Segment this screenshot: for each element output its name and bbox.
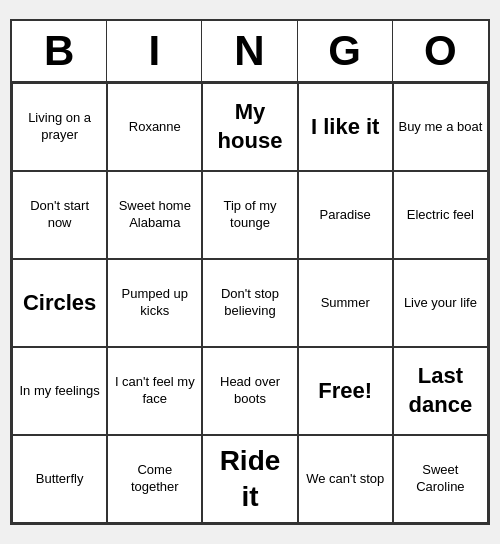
bingo-cell: Head over boots <box>202 347 297 435</box>
bingo-cell: Paradise <box>298 171 393 259</box>
bingo-cell: Living on a prayer <box>12 83 107 171</box>
bingo-cell: Live your life <box>393 259 488 347</box>
bingo-cell: Last dance <box>393 347 488 435</box>
header-letter: G <box>298 21 393 81</box>
bingo-grid: Living on a prayerRoxanneMy houseI like … <box>12 83 488 523</box>
bingo-cell: Sweet Caroline <box>393 435 488 523</box>
bingo-cell: I can't feel my face <box>107 347 202 435</box>
header-letter: B <box>12 21 107 81</box>
bingo-cell: Don't stop believing <box>202 259 297 347</box>
bingo-cell: Circles <box>12 259 107 347</box>
header-letter: I <box>107 21 202 81</box>
bingo-header: BINGO <box>12 21 488 83</box>
bingo-card: BINGO Living on a prayerRoxanneMy houseI… <box>10 19 490 525</box>
bingo-cell: Sweet home Alabama <box>107 171 202 259</box>
bingo-cell: We can't stop <box>298 435 393 523</box>
bingo-cell: Tip of my tounge <box>202 171 297 259</box>
bingo-cell: Don't start now <box>12 171 107 259</box>
bingo-cell: Buy me a boat <box>393 83 488 171</box>
bingo-cell: Ride it <box>202 435 297 523</box>
bingo-cell: Summer <box>298 259 393 347</box>
header-letter: O <box>393 21 488 81</box>
bingo-cell: In my feelings <box>12 347 107 435</box>
bingo-cell: Electric feel <box>393 171 488 259</box>
bingo-cell: Pumped up kicks <box>107 259 202 347</box>
bingo-cell: Come together <box>107 435 202 523</box>
bingo-cell: I like it <box>298 83 393 171</box>
bingo-cell: Free! <box>298 347 393 435</box>
bingo-cell: My house <box>202 83 297 171</box>
header-letter: N <box>202 21 297 81</box>
bingo-cell: Roxanne <box>107 83 202 171</box>
bingo-cell: Butterfly <box>12 435 107 523</box>
